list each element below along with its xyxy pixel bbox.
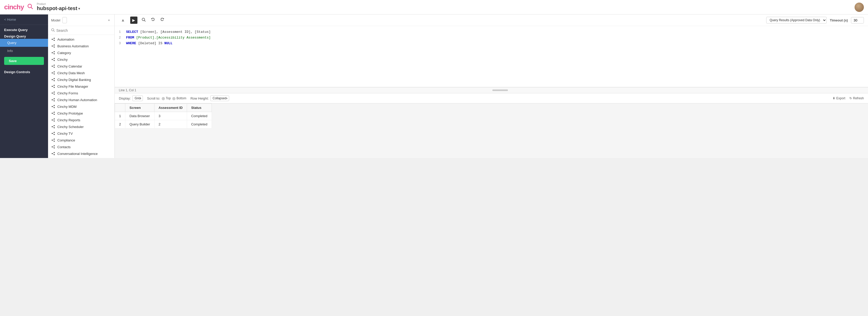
svg-rect-49 xyxy=(52,99,53,100)
tree-item[interactable]: Business Automation xyxy=(48,43,115,49)
svg-line-52 xyxy=(53,99,54,100)
tree-item[interactable]: Cinchy Forms xyxy=(48,90,115,96)
tree-item[interactable]: Category xyxy=(48,49,115,56)
product-dropdown-icon[interactable]: ▾ xyxy=(78,6,80,10)
hierarchy-icon xyxy=(51,78,55,82)
product-name[interactable]: hubspot-api-test ▾ xyxy=(37,5,80,11)
timeout-input[interactable] xyxy=(851,17,864,24)
redo-button[interactable] xyxy=(159,17,165,24)
svg-line-87 xyxy=(53,146,54,147)
scroll-top-button[interactable]: ◎ Top xyxy=(162,96,171,100)
svg-rect-50 xyxy=(54,98,55,99)
avatar[interactable] xyxy=(855,3,864,12)
table-head: Screen Assessment ID Status xyxy=(115,104,212,112)
model-select[interactable] xyxy=(62,17,67,23)
kw-null: NULL xyxy=(162,41,172,45)
tree-item[interactable]: Contacts xyxy=(48,144,115,150)
svg-line-73 xyxy=(53,127,54,128)
model-select-wrapper xyxy=(62,17,111,23)
sidebar-item-query[interactable]: Query xyxy=(0,39,48,47)
header: cinchy Product hubspot-api-test ▾ xyxy=(0,0,868,15)
svg-rect-19 xyxy=(52,59,53,60)
svg-line-77 xyxy=(53,133,54,134)
svg-line-17 xyxy=(53,52,54,53)
svg-rect-5 xyxy=(54,38,55,39)
tree-item[interactable]: Conversational Intelligence xyxy=(48,150,115,157)
svg-line-27 xyxy=(53,65,54,66)
table-header-row: Screen Assessment ID Status xyxy=(115,104,212,112)
scroll-bottom-button[interactable]: ◎ Bottom xyxy=(172,96,186,100)
svg-line-62 xyxy=(53,112,54,113)
tree-item[interactable]: Cinchy Reports xyxy=(48,117,115,123)
row-height-select-wrapper: Collapsed Expanded xyxy=(210,95,229,101)
svg-rect-39 xyxy=(52,86,53,87)
tree-item[interactable]: Cinchy Scheduler xyxy=(48,123,115,130)
tree-item-label: Category xyxy=(57,51,71,55)
tree-item[interactable]: Cinchy MDM xyxy=(48,103,115,110)
hierarchy-icon xyxy=(51,111,55,115)
tree-item[interactable]: Customer Success xyxy=(48,157,115,158)
run-button[interactable]: ▶ xyxy=(130,17,137,24)
tree-item-label: Business Automation xyxy=(57,44,89,48)
col-assessment-id: Assessment ID xyxy=(154,104,187,112)
tree-list: Automation Business Automation Category … xyxy=(48,35,115,158)
tree-item[interactable]: Cinchy Calendar xyxy=(48,63,115,69)
collapse-icon[interactable]: ▲ xyxy=(119,18,127,23)
export-icon: ⬇ xyxy=(833,96,835,100)
editor-toolbar: ▲ ▶ Query xyxy=(115,15,868,26)
tree-item[interactable]: Cinchy TV xyxy=(48,130,115,137)
svg-rect-20 xyxy=(54,58,55,59)
svg-rect-41 xyxy=(54,87,55,88)
code-line2-rest: [Product].[Accessibility Assessments] xyxy=(134,36,211,39)
tree-item[interactable]: Cinchy File Manager xyxy=(48,83,115,90)
code-line3-col: [Deleted] xyxy=(136,41,156,45)
sidebar-home-link[interactable]: < Home xyxy=(0,15,48,25)
results-toolbar: Display: Grid List Scroll to: ◎ Top ◎ Bo… xyxy=(115,93,868,104)
display-select-wrapper: Grid List xyxy=(132,95,143,101)
display-select[interactable]: Grid List xyxy=(132,95,143,101)
svg-rect-81 xyxy=(54,141,55,142)
tree-item[interactable]: Cinchy xyxy=(48,56,115,63)
svg-rect-14 xyxy=(52,52,53,53)
tree-item-label: Cinchy Forms xyxy=(57,91,78,95)
row-height-item: Row Height: Collapsed Expanded xyxy=(190,95,229,101)
search-input[interactable] xyxy=(56,28,111,33)
svg-line-23 xyxy=(53,59,54,60)
undo-button[interactable] xyxy=(150,17,156,24)
row-height-select[interactable]: Collapsed Expanded xyxy=(210,95,229,101)
query-results-select[interactable]: Query Results (Approved Data Only) All R… xyxy=(766,17,827,24)
sidebar-item-info[interactable]: Info xyxy=(0,47,48,55)
tree-item[interactable]: Cinchy Data Mesh xyxy=(48,69,115,76)
top-label: Top xyxy=(166,96,171,100)
hierarchy-icon xyxy=(51,125,55,129)
tree-item[interactable]: Cinchy Prototype xyxy=(48,110,115,117)
tree-item[interactable]: Cinchy Human Automation xyxy=(48,96,115,103)
tree-item[interactable]: Cinchy Digital Banking xyxy=(48,76,115,83)
table-row: 1 Data Browser 3 Completed xyxy=(115,112,212,120)
results-table: Screen Assessment ID Status 1 Data Brows… xyxy=(115,104,212,128)
export-button[interactable]: ⬇ Export xyxy=(833,96,845,100)
svg-rect-26 xyxy=(54,67,55,68)
svg-line-12 xyxy=(53,45,54,46)
table-row: 2 Query Builder 2 Completed xyxy=(115,120,212,128)
display-label: Display: xyxy=(119,96,131,100)
code-editor[interactable]: 1 SELECT [Screen], [Assessment ID], [Sta… xyxy=(115,26,868,87)
svg-line-78 xyxy=(53,134,54,135)
header-left: cinchy Product hubspot-api-test ▾ xyxy=(4,3,80,11)
product-info: Product hubspot-api-test ▾ xyxy=(37,3,80,11)
svg-rect-34 xyxy=(52,79,53,80)
svg-line-7 xyxy=(53,38,54,39)
svg-rect-86 xyxy=(54,147,55,148)
search-query-button[interactable] xyxy=(141,17,147,24)
svg-line-47 xyxy=(53,92,54,93)
row-number: 1 xyxy=(115,112,125,120)
refresh-button[interactable]: ↻ Refresh xyxy=(849,96,864,100)
save-button[interactable]: Save xyxy=(4,57,44,65)
hierarchy-icon xyxy=(51,138,55,142)
tree-item[interactable]: Automation xyxy=(48,36,115,43)
svg-rect-35 xyxy=(54,78,55,79)
sidebar-execute-query[interactable]: Execute Query xyxy=(0,25,48,33)
svg-rect-15 xyxy=(54,51,55,52)
svg-line-43 xyxy=(53,86,54,87)
tree-item[interactable]: Compliance xyxy=(48,137,115,144)
